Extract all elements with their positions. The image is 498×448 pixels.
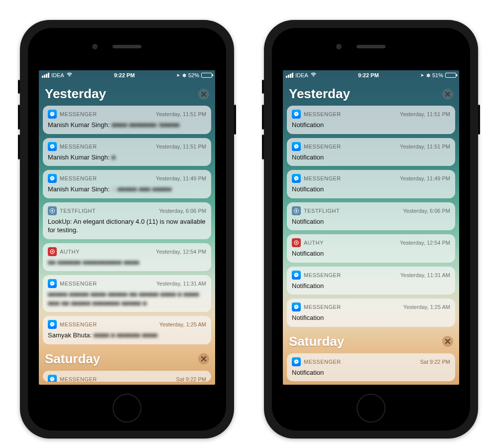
app-name-label: MESSENGER xyxy=(304,272,341,278)
notification-center[interactable]: Yesterday MESSENGER Yesterday, 11:51 PM … xyxy=(283,80,459,385)
volume-up-button[interactable] xyxy=(18,105,20,130)
notification-time: Yesterday, 12:54 PM xyxy=(156,249,206,255)
notification-time: Yesterday, 11:51 PM xyxy=(400,111,450,117)
location-icon: ➤ xyxy=(420,73,424,78)
notification-body: Manish Kumar Singh: ■■■■ ■■■■■■■ /■■■■■ xyxy=(48,121,206,130)
notification-card[interactable]: MESSENGER Yesterday, 11:51 PM Notificati… xyxy=(287,106,455,134)
app-name-label: MESSENGER xyxy=(60,111,97,117)
home-button[interactable] xyxy=(113,394,141,423)
notification-card[interactable]: AUTHY Yesterday, 12:54 PM Notification xyxy=(287,234,455,263)
front-sensor xyxy=(92,44,98,49)
notification-card[interactable]: MESSENGER Sat 9:22 PM xyxy=(43,371,211,382)
volume-down-button[interactable] xyxy=(262,135,264,159)
notification-body: ■■ ■■■■■■ ■■■■■■■■■■ ■■■■ xyxy=(48,258,206,267)
battery-pct: 52% xyxy=(188,72,199,78)
notification-card[interactable]: MESSENGER Sat 9:22 PM Notification xyxy=(287,353,455,382)
notification-body: Notification xyxy=(292,249,450,258)
messenger-icon xyxy=(292,271,301,280)
messenger-icon xyxy=(48,279,57,288)
mute-switch[interactable] xyxy=(18,80,20,94)
app-name-label: MESSENGER xyxy=(304,144,341,149)
section-header-saturday: Saturday xyxy=(287,331,455,353)
battery-icon xyxy=(201,73,212,78)
messenger-icon xyxy=(48,320,57,329)
section-header-yesterday: Yesterday xyxy=(43,83,211,106)
notification-body: Notification xyxy=(292,282,450,291)
notification-body: Samyak Bhuta: ■■■■ ■ ■■■■■■ ■■■■ xyxy=(48,331,206,340)
app-name-label: AUTHY xyxy=(60,249,80,255)
messenger-icon xyxy=(292,302,301,311)
notification-card[interactable]: MESSENGER Yesterday, 11:49 PM Manish Kum… xyxy=(43,170,211,198)
notification-card[interactable]: MESSENGER Yesterday, 11:31 AM ■■■■■ ■■■■… xyxy=(43,275,211,312)
notification-time: Yesterday, 11:51 PM xyxy=(156,144,206,149)
notification-time: Yesterday, 12:54 PM xyxy=(400,240,450,246)
notification-card[interactable]: MESSENGER Yesterday, 11:51 PM Manish Kum… xyxy=(43,138,211,166)
notification-body: LookUp: An elegant dictionary 4.0 (11) i… xyxy=(48,217,206,235)
notification-time: Sat 9:22 PM xyxy=(176,376,206,382)
notification-body: Notification xyxy=(292,313,450,322)
notification-card[interactable]: MESSENGER Yesterday, 1:25 AM Notificatio… xyxy=(287,299,455,327)
messenger-icon xyxy=(292,357,301,366)
notification-card[interactable]: MESSENGER Yesterday, 11:49 PM Notificati… xyxy=(287,170,455,198)
notification-time: Yesterday, 11:51 PM xyxy=(156,111,206,117)
wifi-icon xyxy=(310,72,317,79)
front-sensor xyxy=(336,44,342,49)
notification-card[interactable]: MESSENGER Yesterday, 11:51 PM Manish Kum… xyxy=(43,106,211,134)
svg-point-2 xyxy=(52,251,53,252)
status-right: ➤ ✽ 51% xyxy=(420,72,456,78)
app-name-label: MESSENGER xyxy=(304,175,341,181)
messenger-icon xyxy=(48,142,57,151)
authy-icon xyxy=(48,247,57,256)
volume-down-button[interactable] xyxy=(18,135,20,159)
app-name-label: MESSENGER xyxy=(60,281,97,287)
section-title: Yesterday xyxy=(45,86,106,102)
notification-time: Yesterday, 6:06 PM xyxy=(159,208,206,214)
power-button[interactable] xyxy=(478,105,480,135)
carrier-label: IDEA xyxy=(51,72,64,78)
notification-time: Yesterday, 11:49 PM xyxy=(400,175,450,181)
authy-icon xyxy=(292,238,301,247)
earpiece xyxy=(357,45,385,48)
screen-left: IDEA 9:22 PM ➤ ✽ 52% Yesterday xyxy=(39,70,215,385)
phone-frame-left: IDEA 9:22 PM ➤ ✽ 52% Yesterday xyxy=(20,20,234,439)
testflight-icon xyxy=(48,206,57,215)
app-name-label: AUTHY xyxy=(304,240,324,246)
notification-card[interactable]: AUTHY Yesterday, 12:54 PM ■■ ■■■■■■ ■■■■… xyxy=(43,243,211,272)
bluetooth-icon: ✽ xyxy=(182,73,186,78)
app-name-label: MESSENGER xyxy=(60,376,97,382)
messenger-icon xyxy=(48,174,57,183)
notification-time: Sat 9:22 PM xyxy=(420,359,450,365)
app-name-label: MESSENGER xyxy=(60,144,97,149)
messenger-icon xyxy=(292,142,301,151)
location-icon: ➤ xyxy=(176,73,180,78)
app-name-label: TESTFLIGHT xyxy=(60,208,96,214)
notification-body: Notification xyxy=(292,153,450,162)
mute-switch[interactable] xyxy=(262,80,264,94)
notification-card[interactable]: TESTFLIGHT Yesterday, 6:06 PM LookUp: An… xyxy=(43,202,211,239)
notification-time: Yesterday, 1:25 AM xyxy=(159,321,206,327)
home-button[interactable] xyxy=(357,394,385,423)
messenger-icon xyxy=(48,375,57,382)
notification-card[interactable]: TESTFLIGHT Yesterday, 6:06 PM Notificati… xyxy=(287,202,455,231)
status-right: ➤ ✽ 52% xyxy=(176,72,212,78)
notification-body: ■■■■■ ■■■■■ ■■■■ ■■■■■ ■■ ■■■■■ ■■■■ ■ ■… xyxy=(48,290,206,307)
power-button[interactable] xyxy=(234,105,236,135)
carrier-label: IDEA xyxy=(295,72,308,78)
close-icon[interactable] xyxy=(198,89,209,100)
messenger-icon xyxy=(48,110,57,119)
close-icon[interactable] xyxy=(198,353,209,364)
section-title: Saturday xyxy=(45,351,100,367)
app-name-label: MESSENGER xyxy=(304,359,341,365)
notification-center[interactable]: Yesterday MESSENGER Yesterday, 11:51 PM … xyxy=(39,80,215,385)
status-left: IDEA xyxy=(286,72,317,79)
notification-card[interactable]: MESSENGER Yesterday, 11:31 AM Notificati… xyxy=(287,267,455,295)
close-icon[interactable] xyxy=(442,336,453,347)
signal-icon xyxy=(42,73,49,78)
notification-card[interactable]: MESSENGER Yesterday, 11:51 PM Notificati… xyxy=(287,138,455,166)
volume-up-button[interactable] xyxy=(262,105,264,130)
notification-card[interactable]: MESSENGER Yesterday, 1:25 AM Samyak Bhut… xyxy=(43,316,211,344)
battery-icon xyxy=(445,73,456,78)
battery-pct: 51% xyxy=(432,72,443,78)
close-icon[interactable] xyxy=(442,89,453,100)
svg-point-5 xyxy=(296,242,297,244)
